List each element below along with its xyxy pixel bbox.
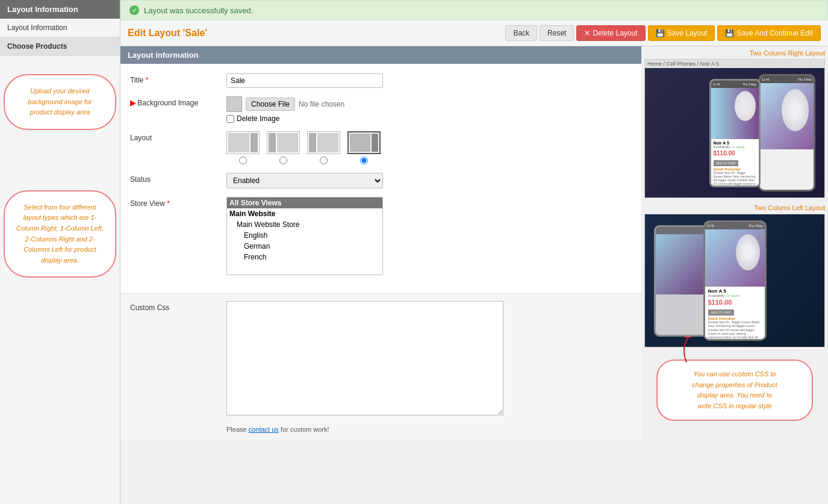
product-desc-1: Gmoble Noir A5 - Bigger Screen Better Vi…: [714, 171, 756, 187]
bg-image-field: Choose File No file chosen Delete Image: [226, 96, 632, 123]
save-continue-icon: 💾: [725, 29, 734, 37]
reset-button[interactable]: Reset: [540, 25, 574, 41]
custom-css-label: Custom Css: [130, 301, 226, 312]
cloud-annotation-1: Upload your desired background image for…: [4, 74, 116, 130]
layout-icon-3: [307, 131, 340, 154]
title-label: Title *: [130, 73, 226, 84]
phone-status-bar-left: 12:45Thu 3 May: [711, 81, 759, 88]
add-to-cart-btn-1[interactable]: ADD TO CART: [714, 160, 739, 166]
preview-section-2: Two Colums Left Layout 12:45Thu 3 May: [644, 204, 825, 347]
toolbar: Edit Layout 'Sale' Back Reset ✕ Delete L…: [120, 20, 828, 46]
sidebar-item-layout-information[interactable]: Layout Information: [0, 19, 120, 37]
sidebar: Layout Information Layout Information Ch…: [0, 0, 120, 504]
custom-css-textarea[interactable]: [226, 301, 503, 415]
bg-image-label: ▶ Background Image: [130, 96, 226, 107]
layout-icon-4: [347, 131, 381, 154]
back-button[interactable]: Back: [505, 25, 537, 41]
status-select[interactable]: Enabled Disabled: [226, 173, 383, 188]
preview-panel-1: Home / Cell Phones / Noir A 5 12:45Thu 3…: [644, 59, 825, 198]
store-view-field: All Store Views Main Website Main Websit…: [226, 197, 632, 275]
layout-options: [226, 131, 632, 164]
preview-section-1: Two Colums Right Layout Home / Cell Phon…: [644, 49, 825, 198]
sidebar-item-choose-products[interactable]: Choose Products: [0, 37, 120, 56]
phone-device-right: 12:45 Thu 3 May: [758, 74, 815, 191]
sidebar-title: Layout Information: [0, 0, 120, 19]
delete-icon: ✕: [584, 29, 590, 37]
form-header: Layout information: [120, 46, 641, 64]
cloud-annotation-3: You can use custom CSS to change propert…: [656, 359, 813, 421]
breadcrumb-1: Home / Cell Phones / Noir A 5: [645, 60, 824, 68]
product-name-1: Noir A 5: [714, 141, 756, 145]
layout-option-3[interactable]: [307, 131, 340, 164]
layout-radio-2[interactable]: [279, 157, 287, 164]
layout-option-1[interactable]: [226, 131, 260, 164]
delete-image-label: Delete Image: [237, 114, 279, 123]
product-price-1: $110.00: [714, 150, 756, 157]
custom-work-text: Please contact us for custom work!: [130, 426, 632, 433]
right-previews: Two Colums Right Layout Home / Cell Phon…: [641, 46, 828, 504]
success-banner: ✓ Layout was successfully saved.: [120, 0, 828, 20]
save-layout-button[interactable]: 💾 Save Layout: [648, 25, 715, 41]
status-row: Status Enabled Disabled: [130, 173, 632, 188]
store-view-label: Store View *: [130, 197, 226, 208]
phone-device-main-2: 12:45Thu 3 May Noir A 5 Availability: In…: [703, 220, 767, 341]
choose-file-button[interactable]: Choose File: [246, 98, 295, 111]
bottom-annotation-area: You can use custom CSS to change propert…: [644, 359, 825, 421]
layout-field: [226, 131, 632, 164]
cloud-annotation-2: Select from four different layout types …: [4, 190, 116, 278]
save-continue-button[interactable]: 💾 Save And Continue Edit: [717, 25, 821, 41]
phone-device-left: 12:45Thu 3 May Noir A 5 Availability: In…: [709, 79, 761, 187]
status-label: Status: [130, 173, 226, 184]
layout-option-2[interactable]: [267, 131, 300, 164]
layout-icon-1: [226, 131, 260, 154]
phone-status-bar-main-2: 12:45Thu 3 May: [705, 222, 765, 229]
product-availability-1: Availability: In stock: [714, 145, 756, 149]
custom-css-section: Custom Css Please contact us for custom …: [120, 293, 641, 440]
preview-panel-2: 12:45Thu 3 May Noir A 5 Availability: In…: [644, 214, 825, 347]
phone-status-bar-right: 12:45 Thu 3 May: [760, 76, 814, 83]
preview-label-right-1: Two Colums Right Layout: [644, 49, 825, 57]
product-name-2: Noir A 5: [708, 288, 762, 294]
file-preview: [226, 96, 242, 112]
title-row: Title *: [130, 73, 632, 88]
layout-label: Layout: [130, 131, 226, 142]
store-view-listbox[interactable]: All Store Views Main Website Main Websit…: [226, 197, 383, 275]
product-desc-2: Gmoble Noir A5 - Bigger Screen Better Vi…: [708, 320, 762, 341]
file-no-chosen-label: No file chosen: [299, 100, 344, 108]
save-icon: 💾: [656, 29, 665, 37]
layout-radio-3[interactable]: [320, 157, 328, 164]
bg-image-row: ▶ Background Image Choose File No file c…: [130, 96, 632, 123]
toolbar-buttons: Back Reset ✕ Delete Layout 💾 Save Layout…: [505, 25, 821, 41]
layout-radio-1[interactable]: [239, 157, 247, 164]
title-field: [226, 73, 632, 88]
add-to-cart-btn-2[interactable]: ADD TO CART: [708, 310, 735, 316]
phone-device-back-2: [654, 225, 708, 337]
layout-option-4[interactable]: [347, 131, 381, 164]
product-avail-2: Availability: In stock: [708, 294, 762, 297]
form-body: Title * ▶ Background Image: [120, 64, 641, 293]
layout-row: Layout: [130, 131, 632, 164]
success-message: Layout was successfully saved.: [144, 6, 253, 15]
layout-radio-4[interactable]: [360, 157, 368, 164]
preview-label-right-2: Two Colums Left Layout: [644, 204, 825, 211]
success-icon: ✓: [129, 5, 139, 15]
store-view-row: Store View * All Store Views Main Websit…: [130, 197, 632, 275]
custom-css-row: Custom Css: [130, 301, 632, 417]
delete-layout-button[interactable]: ✕ Delete Layout: [576, 25, 645, 41]
title-input[interactable]: [226, 73, 383, 88]
product-price-2: $110.00: [708, 299, 762, 306]
status-field: Enabled Disabled: [226, 173, 632, 188]
delete-image-checkbox[interactable]: [226, 115, 234, 123]
custom-css-field: [226, 301, 632, 417]
layout-icon-2: [267, 131, 300, 154]
contact-link[interactable]: contact us: [249, 426, 279, 433]
page-title: Edit Layout 'Sale': [128, 28, 207, 39]
